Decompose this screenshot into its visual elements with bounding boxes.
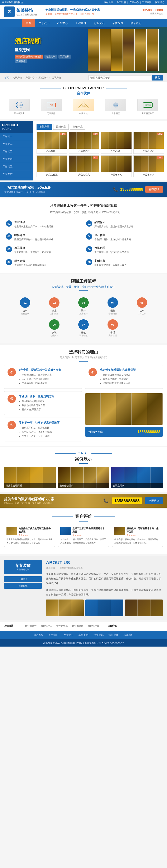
feature-title-8: 案例丰富 [94, 259, 127, 263]
product-card-5[interactable]: 产品名称五 [36, 155, 67, 177]
review-img-1 [6, 527, 17, 535]
process-step-2: 02 测量 上门测量 [42, 297, 67, 315]
about-link-intro[interactable]: 公司简介 [4, 576, 42, 582]
feature-content-3: 材料环保 采用优质环保材料，符合国家环保标准 [14, 234, 53, 241]
product-menu-link-6[interactable]: 产品类六 [0, 170, 33, 178]
top-link-cases[interactable]: 工程案例 [142, 1, 152, 4]
step-label-8: 售后 [110, 331, 115, 334]
footer-link-2[interactable]: 合作伙伴二 [41, 624, 52, 628]
partner-logo-5: 洲际酒店 [137, 99, 158, 111]
feature-item-2: 02 品质保证 严格品质管控，通过多项国家质量认证 [84, 219, 163, 230]
process-step-6: 06 安装 专业安装 [42, 319, 67, 337]
footer-nav-products[interactable]: 产品中心 [61, 632, 75, 638]
product-menu-link-4[interactable]: 产品类四 [0, 155, 33, 163]
product-card-8[interactable]: NEW 产品名称八 [133, 155, 164, 177]
nav-home[interactable]: 首页 [22, 19, 35, 27]
icp-link[interactable]: 粤ICP备XXXXXXXX号 [101, 642, 125, 644]
feature-title-6: 价格合理 [94, 246, 129, 250]
feature-num-8: 08 [86, 259, 92, 266]
process-steps: 01 咨询 免费咨询 02 测量 上门测量 03 设计 方案设计 04 报价 合… [4, 295, 163, 339]
partner-item-3: 中国建筑 中国建筑 [71, 99, 96, 115]
why-left-col: ① 5年专注、隔断工程一站式服务专家 专业设计团队、量身定制方案 工厂直销、无中… [4, 365, 82, 441]
top-link-home[interactable]: 网站首页 [104, 1, 113, 4]
product-tab-2[interactable]: 最新产品 [53, 124, 69, 130]
feature-num-3: 03 [6, 234, 12, 240]
product-card-4[interactable]: NEW 产品名称四 [133, 132, 164, 154]
feature-item-5: 05 施工规范 专业安装团队，规范施工，安全可靠 [4, 244, 83, 256]
product-card-2[interactable]: HOT 产品名称二 [69, 132, 100, 154]
breadcrumb-products[interactable]: 产品中心 [26, 76, 35, 79]
features-grid: 01 专业性强 专业隔断定制生产厂家，20年行业经验 02 品质保证 严格品质管… [4, 219, 163, 269]
search-input[interactable] [89, 75, 151, 80]
reviews-title-line: 客户评价 [4, 514, 163, 519]
product-card-3[interactable]: 产品名称三 [101, 132, 132, 154]
sep3: » [36, 76, 37, 79]
product-menu-link-2[interactable]: 产品类二 [0, 140, 33, 148]
case-card-2[interactable]: 走廊移动隔断 [58, 467, 109, 488]
nav-honors[interactable]: 荣誉资质 [108, 19, 127, 27]
product-menu-link-5[interactable]: 产品类五 [0, 163, 33, 170]
product-menu-link-3[interactable]: 产品类三 [0, 148, 33, 155]
promo-button[interactable]: 立即咨询 [145, 186, 163, 193]
about-link-social[interactable]: 社会价值 [4, 583, 42, 589]
product-card-1[interactable]: NEW 产品名称一 [36, 132, 67, 154]
product-menu-item-3[interactable]: 产品类三 [0, 148, 33, 155]
step-desc-7: 现场验收 [79, 334, 88, 337]
product-card-6[interactable]: HOT 产品名称六 [69, 155, 100, 177]
product-card-7[interactable]: 产品名称七 [101, 155, 132, 177]
product-menu-item-4[interactable]: 产品类四 [0, 155, 33, 163]
partner-logo-3: 中国建筑 [73, 99, 94, 111]
search-button[interactable]: 搜索 [152, 75, 163, 81]
nav-news[interactable]: 行业资讯 [90, 19, 108, 27]
breadcrumb-contact[interactable]: 联系我们 [52, 76, 61, 79]
product-tab-1[interactable]: 推荐产品 [36, 124, 52, 130]
case-card-3[interactable]: 会议室隔断 [111, 467, 163, 488]
product-menu-item-1[interactable]: 产品类一 [0, 133, 33, 140]
breadcrumb-home[interactable]: 首页 [4, 76, 9, 79]
footer-nav: 网站首页 关于我们 产品中心 工程案例 行业资讯 荣誉资质 联系我们 [0, 631, 167, 639]
feature-item-4: 04 设计精美 专业设计团队，量身定制个性化方案 [84, 232, 163, 243]
top-link-about[interactable]: 关于我们 [117, 1, 126, 4]
footer-nav-about[interactable]: 关于我们 [46, 632, 61, 638]
svg-text:中国建筑: 中国建筑 [80, 105, 87, 107]
top-link-products[interactable]: 产品中心 [129, 1, 139, 4]
banner-title: 酒店隔断 [14, 37, 81, 46]
footer-nav-news[interactable]: 行业资讯 [92, 632, 106, 638]
why-contact-bar: 全国服务热线 13588888888 [85, 427, 163, 437]
why-num-3: ③ [7, 395, 16, 403]
partner-logo-1: 希尔顿 [9, 99, 30, 111]
promo-subtitle: 专业隔断工程设计，工厂直供，品质保证 [4, 190, 51, 194]
bottom-promo-button[interactable]: 立即咨询 [145, 497, 163, 504]
panel-6 [147, 29, 159, 71]
why-panel-r2 [101, 393, 116, 425]
bottom-promo-text: 提供专业的酒店活动隔断解决方案 100%工厂直销 · 专业安装 · 完善售后 ·… [4, 497, 54, 504]
product-section: PRODUCT 产品中心 产品类一 产品类二 产品类三 产品类四 产品类五 产品… [0, 121, 167, 181]
nav-contact[interactable]: 联系我们 [127, 19, 145, 27]
case-card-1[interactable]: 酒店宴会厅隔断 [4, 467, 56, 488]
footer-link-5[interactable]: 合作伙伴五 [88, 624, 99, 628]
nav-cases[interactable]: 工程案例 [72, 19, 90, 27]
product-menu-item-2[interactable]: 产品类二 [0, 140, 33, 148]
top-link-contact[interactable]: 联系我们 [155, 1, 164, 4]
bottom-promo-title: 提供专业的酒店活动隔断解决方案 [4, 497, 54, 501]
footer-link-1[interactable]: 合作伙伴一 [25, 624, 36, 628]
process-title: 隔断工程流程 隔断设计、安装、维修，我们一步一步帮您省时省心 [4, 279, 163, 291]
breadcrumb-about[interactable]: 关于我们 [12, 76, 22, 79]
product-tab-3[interactable]: 热销产品 [70, 124, 86, 130]
product-menu-link-1[interactable]: 产品类一 [0, 133, 33, 140]
why-title-3: 专业设计团队、量身定制方案 [19, 395, 54, 398]
footer-nav-honors[interactable]: 荣誉资质 [106, 632, 121, 638]
product-menu-item-6[interactable]: 产品类六 [0, 170, 33, 178]
footer-link-4[interactable]: 合作伙伴四 [72, 624, 84, 628]
feature-title-3: 材料环保 [14, 234, 53, 237]
footer-link-3[interactable]: 合作伙伴三 [56, 624, 68, 628]
footer-nav-home[interactable]: 网站首页 [31, 632, 45, 638]
footer-nav-cases[interactable]: 工程案例 [76, 632, 91, 638]
product-menu-item-5[interactable]: 产品类五 [0, 163, 33, 170]
banner-tag1: 一站式活动隔断解决方案 [14, 55, 43, 59]
breadcrumb-cases[interactable]: 工程案例 [38, 76, 47, 79]
review-img-3 [114, 527, 125, 535]
nav-about[interactable]: 关于我们 [35, 19, 53, 27]
nav-products[interactable]: 产品中心 [53, 19, 72, 27]
footer-nav-contact[interactable]: 联系我们 [122, 632, 136, 638]
